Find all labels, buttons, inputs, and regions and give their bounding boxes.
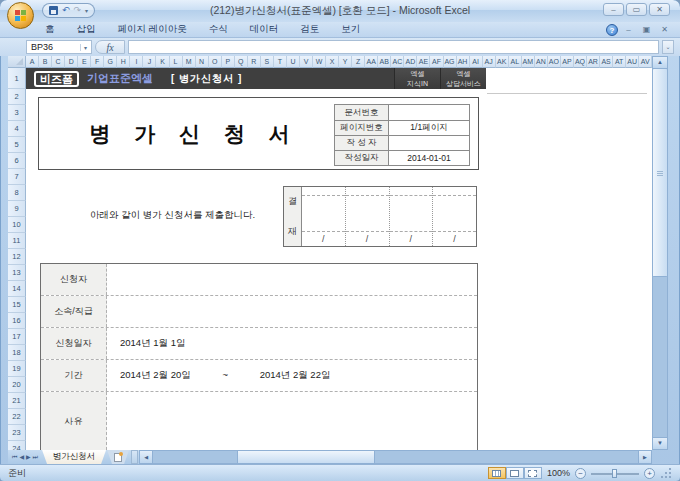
vertical-scrollbar[interactable]: ▲ ▼ bbox=[652, 56, 668, 450]
ribbon-tab[interactable]: 데이터 bbox=[239, 22, 290, 37]
column-header[interactable]: AA bbox=[365, 56, 378, 68]
doc-info-value[interactable]: 2014-01-01 bbox=[389, 151, 469, 165]
row-header[interactable]: 2 bbox=[8, 89, 26, 105]
minimize-button[interactable]: – bbox=[603, 3, 624, 16]
ribbon-tab[interactable]: 페이지 레이아웃 bbox=[107, 22, 198, 37]
scroll-up-icon[interactable]: ▲ bbox=[653, 57, 667, 69]
page-layout-view-button[interactable] bbox=[506, 467, 524, 479]
row-header[interactable]: 6 bbox=[8, 153, 26, 169]
column-header[interactable]: H bbox=[117, 56, 130, 68]
column-header[interactable]: AB bbox=[378, 56, 391, 68]
row-header[interactable]: 19 bbox=[8, 361, 26, 377]
qat-customize-dropdown-icon[interactable]: ▾ bbox=[85, 7, 88, 14]
workbook-close-button[interactable]: ✕ bbox=[657, 25, 672, 36]
column-header[interactable]: M bbox=[183, 56, 196, 68]
column-header[interactable]: D bbox=[65, 56, 78, 68]
name-box[interactable]: BP36 ▾ bbox=[26, 40, 92, 54]
doc-info-value[interactable]: 1/1페이지 bbox=[389, 121, 469, 135]
approval-column[interactable]: / bbox=[433, 187, 476, 246]
column-header[interactable]: AK bbox=[496, 56, 509, 68]
next-sheet-icon[interactable]: ▶ bbox=[26, 452, 31, 462]
scroll-right-icon[interactable]: ▶ bbox=[638, 451, 651, 463]
row-header[interactable]: 3 bbox=[8, 105, 26, 121]
restore-button[interactable]: ▭ bbox=[626, 3, 647, 16]
column-header[interactable]: V bbox=[300, 56, 313, 68]
row-header[interactable]: 11 bbox=[8, 233, 26, 249]
column-header[interactable]: AJ bbox=[483, 56, 496, 68]
column-header[interactable]: AE bbox=[417, 56, 430, 68]
formula-bar-expand-icon[interactable]: ⌄ bbox=[662, 40, 674, 54]
column-header[interactable]: Z bbox=[352, 56, 365, 68]
column-header[interactable]: AV bbox=[639, 56, 652, 68]
column-header[interactable]: B bbox=[39, 56, 52, 68]
column-header[interactable]: L bbox=[170, 56, 183, 68]
row-header[interactable]: 16 bbox=[8, 313, 26, 329]
column-header[interactable]: I bbox=[130, 56, 143, 68]
row-header[interactable]: 15 bbox=[8, 297, 26, 313]
row-header[interactable]: 13 bbox=[8, 265, 26, 281]
row-header[interactable]: 24 bbox=[8, 441, 26, 450]
column-header[interactable]: S bbox=[261, 56, 274, 68]
column-header[interactable]: X bbox=[326, 56, 339, 68]
page-break-view-button[interactable] bbox=[524, 467, 542, 479]
redo-icon[interactable]: ↷ bbox=[74, 6, 82, 15]
row-header[interactable]: 4 bbox=[8, 121, 26, 137]
column-header[interactable]: AN bbox=[535, 56, 548, 68]
select-all-corner[interactable] bbox=[8, 56, 26, 68]
zoom-level[interactable]: 100% bbox=[547, 468, 570, 478]
banner-link-button[interactable]: 엑셀 지식IN bbox=[394, 68, 440, 89]
column-header[interactable]: T bbox=[274, 56, 287, 68]
column-header[interactable]: AG bbox=[444, 56, 457, 68]
help-icon[interactable]: ? bbox=[606, 24, 618, 36]
column-header[interactable]: AD bbox=[404, 56, 417, 68]
row-header[interactable]: 5 bbox=[8, 137, 26, 153]
tab-splitter-handle[interactable] bbox=[131, 450, 138, 464]
zoom-slider-thumb[interactable] bbox=[612, 469, 617, 478]
column-header[interactable]: F bbox=[91, 56, 104, 68]
column-header[interactable]: K bbox=[156, 56, 169, 68]
column-header[interactable]: G bbox=[104, 56, 117, 68]
row-header[interactable]: 23 bbox=[8, 425, 26, 441]
row-header[interactable]: 9 bbox=[8, 201, 26, 217]
column-header[interactable]: R bbox=[248, 56, 261, 68]
row-value[interactable] bbox=[107, 264, 477, 295]
column-header[interactable]: AQ bbox=[574, 56, 587, 68]
vertical-scroll-track[interactable] bbox=[653, 277, 667, 437]
row-header[interactable]: 10 bbox=[8, 217, 26, 233]
row-header[interactable]: 21 bbox=[8, 393, 26, 409]
approval-column[interactable]: / bbox=[302, 187, 346, 246]
row-value[interactable]: 2014년 2월 20일 ~ 2014년 2월 22일 bbox=[107, 360, 477, 391]
row-header[interactable]: 17 bbox=[8, 329, 26, 345]
column-header[interactable]: Q bbox=[235, 56, 248, 68]
undo-icon[interactable]: ↶ bbox=[62, 6, 70, 15]
row-header[interactable]: 14 bbox=[8, 281, 26, 297]
column-header[interactable]: C bbox=[52, 56, 65, 68]
row-header[interactable]: 18 bbox=[8, 345, 26, 361]
last-sheet-icon[interactable]: ⏭ bbox=[33, 452, 38, 462]
column-header[interactable]: O bbox=[209, 56, 222, 68]
column-header[interactable]: AT bbox=[613, 56, 626, 68]
column-header[interactable]: A bbox=[26, 56, 39, 68]
close-button[interactable]: ✕ bbox=[649, 3, 670, 16]
scroll-down-icon[interactable]: ▼ bbox=[653, 437, 667, 449]
name-box-dropdown-icon[interactable]: ▾ bbox=[80, 44, 87, 51]
column-header[interactable]: J bbox=[143, 56, 156, 68]
column-header[interactable]: AI bbox=[470, 56, 483, 68]
column-header[interactable]: Y bbox=[339, 56, 352, 68]
column-header[interactable]: E bbox=[78, 56, 91, 68]
workbook-restore-button[interactable]: ▣ bbox=[639, 25, 654, 36]
doc-info-value[interactable] bbox=[389, 136, 469, 150]
column-header[interactable]: AO bbox=[548, 56, 561, 68]
column-header[interactable]: AL bbox=[509, 56, 522, 68]
column-header[interactable]: AH bbox=[457, 56, 470, 68]
row-header[interactable]: 1 bbox=[8, 68, 26, 89]
column-header[interactable]: AF bbox=[430, 56, 443, 68]
sheet-tab-active[interactable]: 병가신청서 bbox=[42, 450, 106, 464]
horizontal-scroll-track[interactable] bbox=[153, 451, 638, 463]
ribbon-tab[interactable]: 보기 bbox=[330, 22, 371, 37]
vertical-scroll-thumb[interactable] bbox=[653, 69, 667, 277]
horizontal-scrollbar[interactable]: ◀ ▶ bbox=[139, 450, 652, 464]
column-header[interactable]: N bbox=[196, 56, 209, 68]
row-value[interactable] bbox=[107, 392, 477, 450]
row-header[interactable]: 20 bbox=[8, 377, 26, 393]
